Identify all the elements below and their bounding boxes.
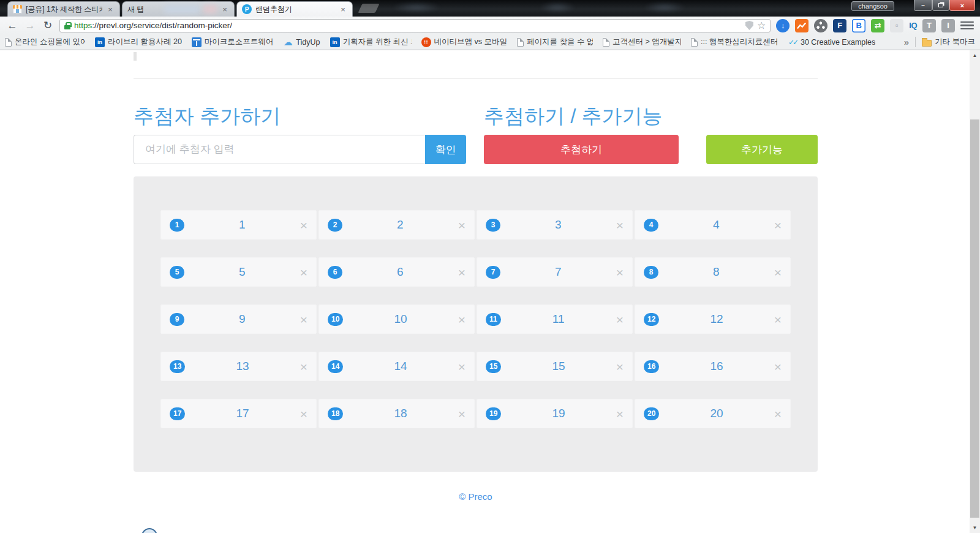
footer-copyright[interactable]: © Preco xyxy=(134,491,818,502)
page-scrollbar[interactable]: ▲ ▼ xyxy=(970,50,980,533)
other-bookmarks-button[interactable]: 기타 북마크 xyxy=(922,37,975,47)
entry-card: 22× xyxy=(318,210,475,240)
tab-title: 랜덤추첨기 xyxy=(255,4,335,15)
entry-card: 1515× xyxy=(477,352,633,381)
bookmark-item[interactable]: ✓✓30 Creative Examples xyxy=(788,37,875,47)
tab-close-icon[interactable]: × xyxy=(339,5,347,14)
entry-remove-button[interactable]: × xyxy=(458,407,466,420)
i-letter-extension-icon[interactable]: I xyxy=(941,19,955,32)
https-lock-icon xyxy=(64,21,70,29)
entry-remove-button[interactable]: × xyxy=(616,219,624,232)
participant-input[interactable] xyxy=(134,135,425,164)
tab-loop-extension-icon[interactable]: ⇄ xyxy=(871,19,884,32)
entry-remove-button[interactable]: × xyxy=(616,360,624,373)
entry-remove-button[interactable]: × xyxy=(300,219,307,232)
reload-button[interactable]: ↻ xyxy=(42,19,54,32)
draw-button[interactable]: 추첨하기 xyxy=(484,135,679,164)
disabled-extension-icon[interactable]: ▫ xyxy=(890,19,903,32)
bookmark-label: 30 Creative Examples xyxy=(801,38,875,47)
bookmark-label: 페이지를 찾을 수 없습 xyxy=(527,37,593,47)
iq-extension-icon[interactable]: IQ xyxy=(909,19,917,32)
entry-remove-button[interactable]: × xyxy=(458,360,466,373)
minimize-button[interactable]: – xyxy=(914,0,932,11)
bookmark-item[interactable]: in기획자를 위한 최신 드 xyxy=(330,37,412,47)
browser-toolbar: ← → ↻ https://prevl.org/service/dist/ran… xyxy=(0,17,980,34)
entries-panel: 11×22×33×44×55×66×77×88×99×1010×1111×121… xyxy=(134,176,818,472)
scroll-up-button[interactable]: ▲ xyxy=(970,50,980,61)
entry-remove-button[interactable]: × xyxy=(774,407,782,420)
tab-new-tab[interactable]: 새 탭 × xyxy=(122,1,235,17)
tag-extension-icon[interactable]: B xyxy=(852,19,865,32)
entry-remove-button[interactable]: × xyxy=(616,407,624,420)
add-participant-heading: 추첨자 추가하기 xyxy=(134,103,281,130)
entry-remove-button[interactable]: × xyxy=(458,266,466,279)
tab-sticker-page[interactable]: [공유] 1차 제작한 스티커 × xyxy=(7,1,120,17)
draw-functions-heading: 추첨하기 / 추가기능 xyxy=(484,103,663,130)
bookmarks-bar: 온라인 쇼핑몰에 있어in라이브리 활용사례 20마이크로소프트웨어☁TidyU… xyxy=(0,34,980,50)
shield-icon[interactable] xyxy=(745,21,753,30)
bookmark-item[interactable]: 온라인 쇼핑몰에 있어 xyxy=(5,37,85,47)
tab-close-icon[interactable]: × xyxy=(221,5,229,14)
bookmark-item[interactable]: 마이크로소프트웨어 xyxy=(192,37,274,47)
entry-card: 11× xyxy=(160,210,317,240)
tab-close-icon[interactable]: × xyxy=(106,5,115,14)
entry-remove-button[interactable]: × xyxy=(774,219,782,232)
entry-remove-button[interactable]: × xyxy=(774,313,782,326)
extra-functions-button[interactable]: 추가기능 xyxy=(706,135,818,164)
entry-number-badge: 18 xyxy=(328,407,343,420)
scrollbar-thumb[interactable] xyxy=(970,119,979,518)
close-button[interactable]: × xyxy=(949,0,975,11)
page-icon xyxy=(517,38,524,47)
restore-button[interactable] xyxy=(932,0,949,11)
menu-hamburger-icon[interactable] xyxy=(960,19,974,32)
entry-remove-button[interactable]: × xyxy=(616,266,624,279)
entry-remove-button[interactable]: × xyxy=(300,407,307,420)
confirm-button[interactable]: 확인 xyxy=(425,135,466,164)
analytics-extension-icon[interactable] xyxy=(795,19,809,32)
entry-remove-button[interactable]: × xyxy=(300,266,307,279)
bookmark-item[interactable]: ∷네이티브앱 vs 모바일 xyxy=(421,37,507,47)
blur-artifact xyxy=(539,2,576,13)
bookmarks-list: 온라인 쇼핑몰에 있어in라이브리 활용사례 20마이크로소프트웨어☁TidyU… xyxy=(5,37,875,47)
entry-remove-button[interactable]: × xyxy=(300,360,307,373)
entry-name: 14 xyxy=(343,360,458,373)
download-extension-icon[interactable]: ↓ xyxy=(776,19,790,32)
forward-button[interactable]: → xyxy=(24,20,36,32)
address-bar[interactable]: https://prevl.org/service/dist/random-pi… xyxy=(59,19,771,32)
entry-name: 9 xyxy=(184,312,300,326)
film-reel-extension-icon[interactable] xyxy=(814,19,827,32)
bookmark-label: 온라인 쇼핑몰에 있어 xyxy=(15,37,85,47)
bookmark-item[interactable]: ::: 행복한심리치료센터 xyxy=(691,37,778,47)
scroll-down-button[interactable]: ▼ xyxy=(970,523,980,533)
entry-remove-button[interactable]: × xyxy=(774,360,782,373)
new-tab-button[interactable] xyxy=(358,4,380,13)
entry-number-badge: 12 xyxy=(644,313,659,326)
entry-name: 2 xyxy=(342,218,458,232)
bookmarks-overflow-chevron[interactable]: » xyxy=(904,37,909,47)
tab-title: [공유] 1차 제작한 스티커 xyxy=(26,4,102,15)
entry-card: 1818× xyxy=(318,399,475,428)
user-profile-button[interactable]: changsoo xyxy=(851,1,894,11)
entry-number-badge: 13 xyxy=(170,360,185,373)
bookmark-item[interactable]: 페이지를 찾을 수 없습 xyxy=(517,37,593,47)
entry-name: 12 xyxy=(659,312,774,326)
entry-remove-button[interactable]: × xyxy=(458,219,466,232)
bookmark-item[interactable]: ☁TidyUp xyxy=(283,37,320,47)
back-button[interactable]: ← xyxy=(6,20,18,32)
entry-remove-button[interactable]: × xyxy=(774,266,782,279)
entry-remove-button[interactable]: × xyxy=(300,313,307,326)
bookmark-item[interactable]: in라이브리 활용사례 20 xyxy=(95,37,182,47)
f-letter-extension-icon[interactable]: F xyxy=(833,19,846,32)
bookmark-label: TidyUp xyxy=(296,38,320,47)
bookmark-star-icon[interactable]: ☆ xyxy=(757,21,766,31)
entry-remove-button[interactable]: × xyxy=(458,313,466,326)
entry-name: 5 xyxy=(184,265,300,279)
entry-card: 44× xyxy=(635,210,791,240)
tab-random-picker[interactable]: P 랜덤추첨기 × xyxy=(236,1,353,17)
window-controls: – × xyxy=(914,0,975,11)
bookmark-item[interactable]: 고객센터 > 앱개발지 xyxy=(603,37,681,47)
t-letter-extension-icon[interactable]: T xyxy=(922,19,936,32)
entry-card: 66× xyxy=(318,257,475,287)
entry-card: 77× xyxy=(477,257,633,287)
entry-remove-button[interactable]: × xyxy=(616,313,624,326)
